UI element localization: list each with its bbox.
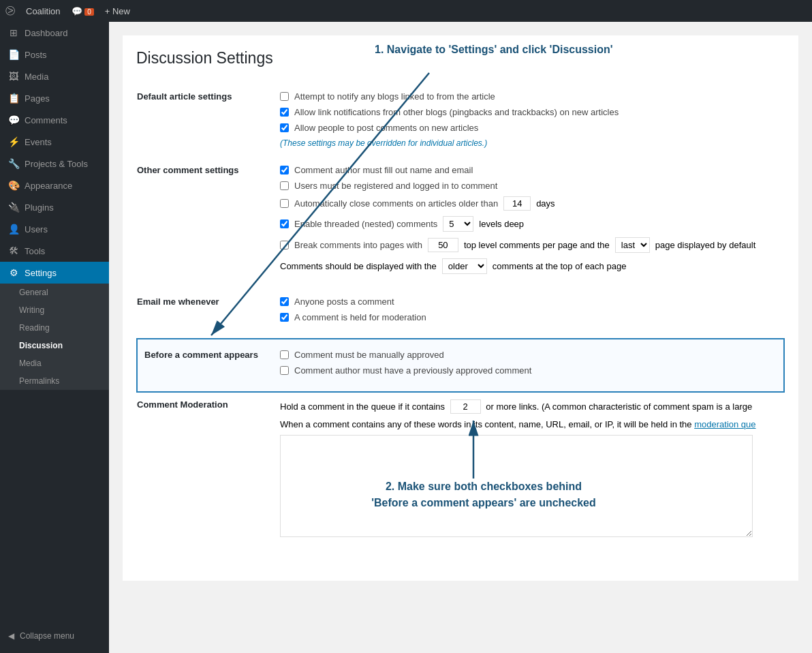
allow-pingbacks-checkbox[interactable] (280, 108, 289, 117)
display-order-post: comments at the top of each page (493, 261, 627, 271)
before-comment-row: Before a comment appears Comment must be… (137, 339, 784, 392)
break-pages-pre: Break comments into pages with (294, 240, 422, 250)
other-comment-settings-row: Other comment settings Comment author mu… (137, 158, 784, 290)
media-icon: 🖼 (8, 71, 19, 82)
threaded-post: levels deep (479, 219, 524, 229)
comment-moderation-row: Comment Moderation Hold a comment in the… (137, 392, 784, 549)
settings-icon: ⚙ (8, 267, 19, 278)
sidebar-item-users[interactable]: 👤 Users (0, 218, 109, 240)
before-comment-label: Before a comment appears (137, 339, 273, 392)
submenu-media[interactable]: Media (0, 354, 109, 372)
submenu-writing[interactable]: Writing (0, 301, 109, 319)
previously-approved-label: Comment author must have a previously ap… (294, 365, 531, 376)
content-wrap: Discussion Settings 1. Navigate to 'Sett… (123, 35, 798, 581)
break-pages-post: page displayed by default (655, 240, 755, 250)
sidebar: ⊞ Dashboard 📄 Posts 🖼 Media 📋 Pages 💬 Co… (0, 22, 109, 653)
plugins-icon: 🔌 (8, 202, 19, 213)
main-content: Discussion Settings 1. Navigate to 'Sett… (109, 22, 812, 653)
moderation-queue-link[interactable]: moderation que (694, 419, 755, 429)
other-comment-settings-content: Comment author must fill out name and em… (273, 158, 784, 290)
auto-close-pre: Automatically close comments on articles… (294, 198, 498, 209)
sidebar-item-dashboard[interactable]: ⊞ Dashboard (0, 22, 109, 44)
email-settings-label: Email me whenever (137, 290, 273, 339)
allow-comments-label: Allow people to post comments on new art… (294, 123, 478, 133)
author-fill-checkbox[interactable] (280, 166, 289, 174)
sidebar-item-comments[interactable]: 💬 Comments (0, 109, 109, 131)
annotation-2-text: 2. Make sure both checkboxes behind'Befo… (354, 479, 613, 511)
anyone-posts-label: Anyone posts a comment (294, 297, 394, 307)
sidebar-item-media[interactable]: 🖼 Media (0, 65, 109, 87)
submenu-reading[interactable]: Reading (0, 319, 109, 337)
moderation-words-text: When a comment contains any of these wor… (280, 419, 777, 429)
default-article-settings-row: Default article settings Attempt to noti… (137, 81, 784, 158)
projects-icon: 🔧 (8, 158, 19, 169)
anyone-posts-checkbox[interactable] (280, 297, 289, 306)
appearance-icon: 🎨 (8, 180, 19, 191)
display-order-pre: Comments should be displayed with the (280, 261, 437, 271)
registered-login-label: Users must be registered and logged in t… (294, 181, 497, 191)
submenu-discussion[interactable]: Discussion (0, 337, 109, 354)
sidebar-item-posts[interactable]: 📄 Posts (0, 44, 109, 65)
before-comment-content: Comment must be manually approved Commen… (273, 339, 784, 392)
page-order-select[interactable]: lastfirst (615, 237, 650, 253)
email-settings-content: Anyone posts a comment A comment is held… (273, 290, 784, 339)
settings-submenu: General Writing Reading Discussion Media… (0, 284, 109, 390)
sidebar-item-events[interactable]: ⚡ Events (0, 131, 109, 153)
events-icon: ⚡ (8, 136, 19, 147)
admin-bar: ⧁ Coalition 💬 0 + New (0, 0, 812, 22)
author-fill-label: Comment author must fill out name and em… (294, 165, 473, 175)
email-settings-row: Email me whenever Anyone posts a comment… (137, 290, 784, 339)
pages-icon: 📋 (8, 93, 19, 104)
users-icon: 👤 (8, 224, 19, 234)
allow-pingbacks-label: Allow link notifications from other blog… (294, 107, 619, 117)
sidebar-item-appearance[interactable]: 🎨 Appearance (0, 174, 109, 196)
other-comment-settings-label: Other comment settings (137, 158, 273, 290)
collapse-icon: ◀ (8, 631, 14, 641)
manually-approved-checkbox[interactable] (280, 350, 289, 359)
display-order-select[interactable]: oldernewer (442, 258, 487, 274)
break-pages-mid: top level comments per page and the (464, 240, 610, 250)
threaded-levels-select[interactable]: 12345678910 (443, 216, 473, 232)
collapse-menu-button[interactable]: ◀ Collapse menu (0, 626, 109, 646)
posts-icon: 📄 (8, 49, 19, 60)
break-pages-value-input[interactable] (428, 238, 458, 252)
notify-blogs-label: Attempt to notify any blogs linked to fr… (294, 91, 495, 102)
tools-icon: 🛠 (8, 245, 19, 256)
threaded-label: Enable threaded (nested) comments (294, 219, 437, 229)
held-moderation-checkbox[interactable] (280, 313, 289, 322)
comments-icon[interactable]: 💬 0 (72, 6, 94, 16)
annotation-1-text: 1. Navigate to 'Settings' and click 'Dis… (375, 44, 613, 56)
comment-moderation-content: Hold a comment in the queue if it contai… (273, 392, 784, 549)
auto-close-days-input[interactable] (503, 196, 531, 211)
sidebar-item-settings[interactable]: ⚙ Settings (0, 262, 109, 284)
sidebar-item-pages[interactable]: 📋 Pages (0, 87, 109, 109)
sidebar-item-projects-tools[interactable]: 🔧 Projects & Tools (0, 153, 109, 174)
comment-count: 0 (84, 8, 94, 16)
submenu-general[interactable]: General (0, 284, 109, 301)
new-button[interactable]: + New (105, 6, 130, 16)
dashboard-icon: ⊞ (8, 27, 19, 38)
auto-close-post: days (536, 198, 555, 209)
hold-comment-text: Hold a comment in the queue if it contai… (280, 399, 777, 414)
default-article-settings-label: Default article settings (137, 81, 273, 158)
wp-logo[interactable]: ⧁ (5, 4, 15, 18)
registered-login-checkbox[interactable] (280, 181, 289, 190)
sidebar-item-tools[interactable]: 🛠 Tools (0, 240, 109, 262)
previously-approved-checkbox[interactable] (280, 366, 289, 375)
threaded-comments-checkbox[interactable] (280, 219, 289, 228)
default-article-settings-content: Attempt to notify any blogs linked to fr… (273, 81, 784, 158)
auto-close-checkbox[interactable] (280, 199, 289, 208)
comments-menu-icon: 💬 (8, 115, 19, 125)
manually-approved-label: Comment must be manually approved (294, 350, 444, 360)
comment-moderation-label: Comment Moderation (137, 392, 273, 549)
article-settings-note: (These settings may be overridden for in… (280, 138, 777, 148)
notify-blogs-checkbox[interactable] (280, 92, 289, 101)
hold-links-input[interactable] (450, 399, 481, 414)
held-moderation-label: A comment is held for moderation (294, 312, 426, 322)
site-name[interactable]: Coalition (26, 6, 61, 16)
sidebar-item-plugins[interactable]: 🔌 Plugins (0, 196, 109, 218)
allow-comments-checkbox[interactable] (280, 123, 289, 132)
break-pages-checkbox[interactable] (280, 241, 289, 249)
submenu-permalinks[interactable]: Permalinks (0, 372, 109, 390)
